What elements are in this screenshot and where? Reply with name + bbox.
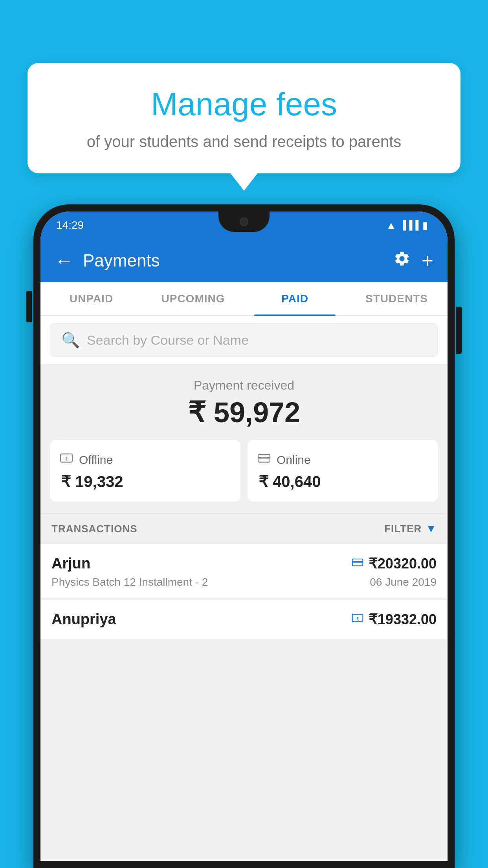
tab-paid[interactable]: PAID <box>244 282 346 315</box>
camera-dot <box>240 217 248 226</box>
phone-screen: 14:29 ▲ ▐▐▐ ▮ ← Payments + U <box>40 211 448 861</box>
transactions-header: TRANSACTIONS FILTER ▼ <box>40 513 448 544</box>
online-amount: ₹ 40,640 <box>257 473 321 491</box>
transaction-detail: Physics Batch 12 Installment - 2 <box>51 576 208 588</box>
add-button[interactable]: + <box>422 249 433 272</box>
status-icons: ▲ ▐▐▐ ▮ <box>386 219 428 232</box>
transaction-amount-container: ₹20320.00 <box>351 555 437 572</box>
offline-card-header: ₹ Offline <box>59 451 113 469</box>
transaction-row[interactable]: Anupriya ₹ ₹19332.00 <box>40 600 448 639</box>
transaction-bottom: Physics Batch 12 Installment - 2 06 June… <box>51 576 437 588</box>
phone-frame: 14:29 ▲ ▐▐▐ ▮ ← Payments + U <box>33 204 455 868</box>
speech-bubble-title: Manage fees <box>47 86 441 122</box>
app-bar-actions: + <box>393 249 433 272</box>
transaction-date: 06 June 2019 <box>370 576 437 588</box>
svg-rect-5 <box>352 561 363 563</box>
offline-amount: ₹ 19,332 <box>59 473 123 491</box>
online-payment-icon <box>257 451 271 469</box>
card-payment-icon <box>351 556 364 572</box>
offline-payment-icon-2: ₹ <box>351 612 364 627</box>
transaction-top-2: Anupriya ₹ ₹19332.00 <box>51 611 437 628</box>
tab-upcoming[interactable]: UPCOMING <box>142 282 244 315</box>
app-bar-title: Payments <box>83 251 384 270</box>
filter-icon: ▼ <box>426 522 437 535</box>
wifi-icon: ▲ <box>386 219 396 232</box>
transactions-label: TRANSACTIONS <box>51 523 138 535</box>
settings-icon[interactable] <box>393 250 411 271</box>
back-button[interactable]: ← <box>55 250 73 272</box>
tab-students[interactable]: STUDENTS <box>346 282 448 315</box>
payment-cards: ₹ Offline ₹ 19,332 <box>50 440 438 502</box>
phone-notch <box>218 211 270 232</box>
filter-button[interactable]: FILTER ▼ <box>384 522 437 535</box>
transaction-amount-2: ₹19332.00 <box>369 611 437 628</box>
svg-text:₹: ₹ <box>356 616 359 622</box>
transaction-top: Arjun ₹20320.00 <box>51 555 437 572</box>
tabs-bar: UNPAID UPCOMING PAID STUDENTS <box>40 282 448 316</box>
offline-payment-icon: ₹ <box>59 451 73 469</box>
search-icon: 🔍 <box>61 331 80 349</box>
transaction-name: Arjun <box>51 555 90 572</box>
online-label: Online <box>277 453 311 467</box>
online-card-header: Online <box>257 451 311 469</box>
svg-text:₹: ₹ <box>64 456 68 462</box>
signal-icon: ▐▐▐ <box>400 220 418 230</box>
app-bar: ← Payments + <box>40 239 448 282</box>
speech-bubble-card: Manage fees of your students and send re… <box>28 63 460 173</box>
search-bar[interactable]: 🔍 Search by Course or Name <box>50 323 438 357</box>
filter-label: FILTER <box>384 523 422 535</box>
payment-total-amount: ₹ 59,972 <box>50 396 438 429</box>
transaction-amount: ₹20320.00 <box>369 555 437 572</box>
speech-bubble-subtitle: of your students and send receipts to pa… <box>47 131 441 152</box>
offline-payment-card: ₹ Offline ₹ 19,332 <box>50 440 240 502</box>
battery-icon: ▮ <box>422 219 428 232</box>
search-placeholder-text: Search by Course or Name <box>87 333 249 348</box>
online-payment-card: Online ₹ 40,640 <box>248 440 438 502</box>
transaction-row[interactable]: Arjun ₹20320.00 Physics Batch 12 Install… <box>40 544 448 600</box>
status-time: 14:29 <box>56 219 84 232</box>
svg-rect-3 <box>258 457 270 459</box>
tab-unpaid[interactable]: UNPAID <box>40 282 142 315</box>
offline-label: Offline <box>79 453 113 467</box>
transaction-amount-container-2: ₹ ₹19332.00 <box>351 611 437 628</box>
transaction-name-2: Anupriya <box>51 611 116 628</box>
payment-received-label: Payment received <box>50 378 438 393</box>
search-container: 🔍 Search by Course or Name <box>40 316 448 364</box>
payment-summary: Payment received ₹ 59,972 ₹ Offline <box>40 364 448 513</box>
